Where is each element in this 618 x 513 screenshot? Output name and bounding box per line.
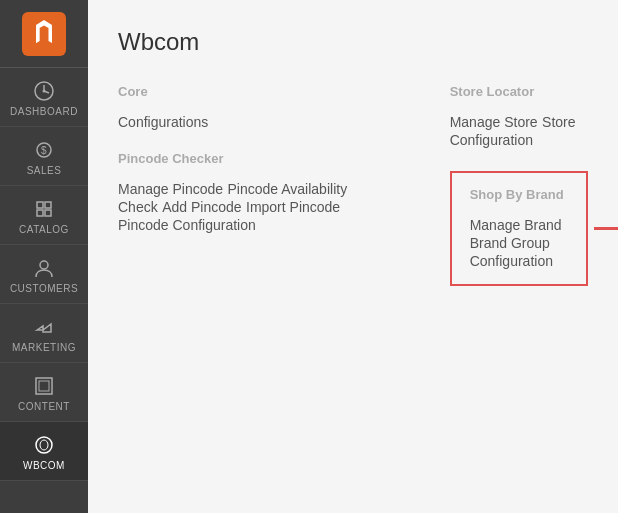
svg-rect-8	[45, 210, 51, 216]
section-pincode-checker: Pincode Checker Manage Pincode Pincode A…	[118, 151, 390, 234]
sidebar-item-customers-label: Customers	[10, 283, 78, 295]
section-shop-by-brand: Shop By Brand Manage Brand Brand Group C…	[450, 169, 588, 286]
svg-text:$: $	[41, 145, 47, 156]
menu-column-right: Store Locator Manage Store Store Configu…	[450, 84, 588, 286]
link-brand-group[interactable]: Brand Group	[470, 235, 550, 251]
shop-by-brand-box: Shop By Brand Manage Brand Brand Group C…	[450, 171, 588, 286]
section-shop-by-brand-title: Shop By Brand	[470, 187, 568, 202]
sidebar-item-dashboard-label: Dashboard	[10, 106, 78, 118]
sidebar-item-dashboard[interactable]: Dashboard	[0, 68, 88, 127]
svg-rect-5	[37, 202, 43, 208]
link-manage-store[interactable]: Manage Store	[450, 114, 538, 130]
link-pincode-configuration[interactable]: Pincode Configuration	[118, 217, 256, 233]
svg-rect-6	[45, 202, 51, 208]
sidebar: Dashboard $ Sales Catalog Customers Mark…	[0, 0, 88, 513]
sidebar-logo	[0, 0, 88, 68]
svg-rect-10	[36, 378, 52, 394]
sidebar-item-sales-label: Sales	[27, 165, 62, 177]
menu-columns: Core Configurations Pincode Checker Mana…	[118, 84, 588, 286]
svg-point-12	[36, 437, 52, 453]
sidebar-item-sales[interactable]: $ Sales	[0, 127, 88, 186]
sidebar-item-customers[interactable]: Customers	[0, 245, 88, 304]
svg-rect-7	[37, 210, 43, 216]
link-manage-pincode[interactable]: Manage Pincode	[118, 181, 223, 197]
link-add-pincode[interactable]: Add Pincode	[162, 199, 241, 215]
section-pincode-title: Pincode Checker	[118, 151, 390, 166]
sidebar-item-marketing[interactable]: Marketing	[0, 304, 88, 363]
menu-column-left: Core Configurations Pincode Checker Mana…	[118, 84, 390, 286]
sidebar-item-wbcom-label: Wbcom	[23, 460, 65, 472]
svg-point-2	[43, 90, 46, 93]
link-configurations[interactable]: Configurations	[118, 114, 208, 130]
sidebar-item-catalog[interactable]: Catalog	[0, 186, 88, 245]
sidebar-item-content-label: Content	[18, 401, 70, 413]
sidebar-item-wbcom[interactable]: Wbcom	[0, 422, 88, 481]
link-configuration[interactable]: Configuration	[470, 253, 553, 269]
arrow-line	[594, 227, 618, 230]
sidebar-item-marketing-label: Marketing	[12, 342, 76, 354]
svg-rect-11	[39, 381, 49, 391]
sidebar-item-content[interactable]: Content	[0, 363, 88, 422]
link-manage-brand[interactable]: Manage Brand	[470, 217, 562, 233]
link-import-pincode[interactable]: Import Pincode	[246, 199, 340, 215]
main-content: Wbcom Core Configurations Pincode Checke…	[88, 0, 618, 513]
section-core: Core Configurations	[118, 84, 390, 131]
section-store-locator: Store Locator Manage Store Store Configu…	[450, 84, 588, 149]
section-core-title: Core	[118, 84, 390, 99]
section-store-locator-title: Store Locator	[450, 84, 588, 99]
red-arrow	[594, 221, 618, 237]
page-title: Wbcom	[118, 28, 588, 56]
sidebar-item-catalog-label: Catalog	[19, 224, 69, 236]
svg-rect-0	[22, 12, 66, 56]
svg-point-9	[40, 261, 48, 269]
